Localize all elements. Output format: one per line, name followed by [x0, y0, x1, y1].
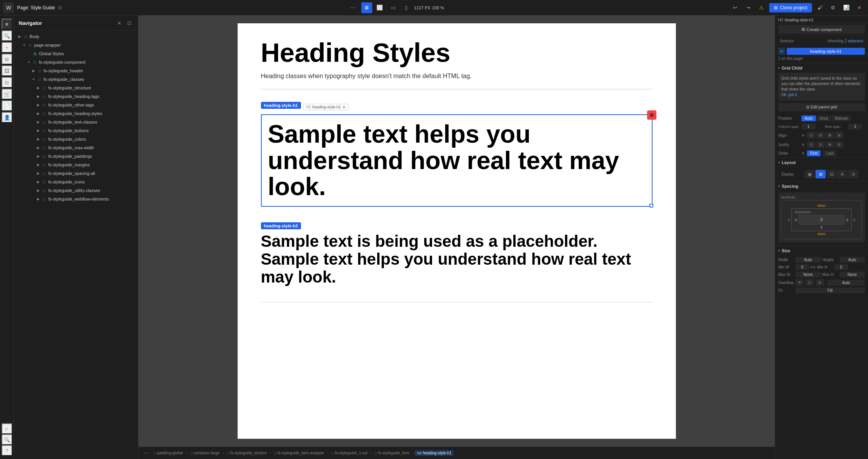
nav-icon[interactable]: ≡ — [2, 19, 12, 30]
search-icon[interactable]: 🔍 — [2, 30, 12, 41]
display-none-btn[interactable]: ⊘ — [848, 170, 858, 178]
justify-stretch-btn[interactable]: ⊞ — [835, 141, 844, 148]
redo-btn[interactable]: ↪ — [743, 2, 754, 13]
breadcrumb-h2-heading[interactable]: H2 heading-style-h1 — [415, 450, 453, 456]
chart-btn[interactable]: 📊 — [841, 2, 852, 13]
tree-item-structure[interactable]: ▶ □ fs-styleguide_structure — [14, 84, 138, 92]
resize-handle[interactable] — [649, 204, 653, 208]
tree-item-text-classes[interactable]: ▶ □ fs-styleguide_text-classes — [14, 118, 138, 126]
padding-center-input[interactable] — [817, 217, 826, 223]
min-w-input[interactable] — [795, 264, 809, 270]
tree-item-other-tags[interactable]: ▶ □ fs-styleguide_other-tags — [14, 101, 138, 109]
overflow-eye-btn[interactable]: 👁 — [795, 279, 804, 286]
tree-item-fs-classes[interactable]: ▾ □ fs-styleguide_classes — [14, 75, 138, 84]
settings-btn[interactable]: ⚙ — [828, 2, 838, 13]
tree-item-paddings[interactable]: ▶ □ fs-styleguide_paddings — [14, 152, 138, 161]
order-first-btn[interactable]: First — [807, 150, 821, 156]
canvas-scroll[interactable]: Heading Styles Heading classes when typo… — [138, 16, 775, 447]
ok-got-it-link[interactable]: Ok, got it — [781, 92, 797, 97]
tree-item-max-width[interactable]: ▶ □ fs-styleguide_max-width — [14, 143, 138, 152]
desktop-view-btn[interactable]: 🖥 — [361, 2, 372, 13]
overflow-scroll-btn[interactable]: ⊟ — [816, 279, 824, 286]
h1-block[interactable]: ⊞ Sample text helps you understand how r… — [261, 114, 653, 207]
mobile-land-btn[interactable]: ▭ — [388, 2, 399, 13]
undo-btn[interactable]: ↩ — [730, 2, 740, 13]
align-end-btn[interactable]: ⊠ — [826, 132, 834, 139]
tablet-view-btn[interactable]: ⬜ — [374, 2, 385, 13]
assets-icon[interactable]: 🖼 — [2, 65, 12, 76]
tree-item-global-styles[interactable]: ⊞ Global Styles — [14, 49, 138, 58]
order-x-btn[interactable]: ✕ — [802, 151, 805, 155]
add-icon[interactable]: + — [2, 42, 12, 53]
breadcrumb-fs-section[interactable]: □ fs-styleguide_section — [225, 450, 269, 456]
position-manual-tab[interactable]: Manual — [832, 115, 851, 121]
align-x-btn[interactable]: ✕ — [802, 133, 805, 138]
warning-btn[interactable]: ⚠ — [756, 2, 767, 13]
tree-item-utility-classes[interactable]: ▶ □ fs-styleguide_utility-classes — [14, 186, 138, 195]
width-val[interactable]: Auto — [795, 257, 821, 263]
justify-end-btn[interactable]: ⊠ — [826, 141, 834, 148]
tree-item-fs-component[interactable]: ▾ □ fs-styleguide-component — [14, 58, 138, 66]
breadcrumb-padding-global[interactable]: □ padding-global — [152, 450, 185, 456]
breadcrumb-item[interactable]: □ fs-styleguide_item — [373, 450, 412, 456]
selector-chip[interactable]: heading-style-h1 — [787, 48, 865, 55]
tree-item-webflow-elements[interactable]: ▶ □ fs-styleguide_webflow-elements — [14, 195, 138, 203]
fit-val[interactable]: Fill — [795, 288, 865, 293]
justify-x-btn[interactable]: ✕ — [802, 143, 805, 147]
display-inline-btn[interactable]: A — [837, 170, 847, 178]
height-val[interactable]: Auto — [840, 257, 865, 263]
breadcrumb-1-col[interactable]: □ fs-styleguide_1-col — [329, 450, 370, 456]
tree-item-page-wrapper[interactable]: ▾ □ page-wrapper — [14, 41, 138, 49]
max-w-val[interactable]: None — [795, 272, 821, 277]
breadcrumb-container-large[interactable]: □ container-large — [188, 450, 222, 456]
nav-close-btn[interactable]: ✕ — [115, 19, 123, 27]
edit-parent-grid-btn[interactable]: ⊟ Edit parent grid — [778, 103, 865, 111]
tree-item-heading-styles[interactable]: ▶ □ fs-styleguide_heading-styles — [14, 109, 138, 118]
ecom-icon[interactable]: 🛒 — [2, 89, 12, 99]
more-btn[interactable]: ≡ — [854, 2, 865, 13]
help-icon[interactable]: ? — [2, 445, 12, 456]
pages-icon[interactable]: 📄 — [2, 100, 12, 111]
align-start-btn[interactable]: ⊡ — [807, 132, 816, 139]
tree-item-body[interactable]: ▶ □ Body — [14, 32, 138, 41]
display-flex-btn[interactable]: ⊞ — [816, 170, 826, 178]
align-stretch-btn[interactable]: ⊞ — [835, 132, 844, 139]
user-icon[interactable]: 👤 — [2, 112, 12, 123]
grid-child-section-header[interactable]: ▾ Grid Child — [775, 63, 868, 73]
position-area-tab[interactable]: Area — [817, 115, 831, 121]
row-span-input[interactable] — [848, 124, 862, 129]
create-component-btn[interactable]: ⊞ Create component — [778, 25, 865, 34]
tree-item-heading-tags[interactable]: ▶ □ fs-styleguide_heading-tags — [14, 92, 138, 101]
breadcrumb-item-wrapper[interactable]: □ fs-styleguide_item-wrapper — [272, 450, 327, 456]
order-last-btn[interactable]: Last — [823, 150, 836, 156]
breadcrumb-menu-btn[interactable]: ⋯ — [142, 449, 151, 458]
overflow-val[interactable]: Auto — [827, 280, 865, 286]
overflow-clip-btn[interactable]: ⊡ — [805, 279, 814, 286]
min-h-input[interactable] — [834, 264, 848, 270]
tree-item-colors[interactable]: ▶ □ fs-styleguide_colors — [14, 135, 138, 143]
tree-item-buttons[interactable]: ▶ □ fs-styleguide_buttons — [14, 126, 138, 135]
justify-center-btn[interactable]: ⊟ — [816, 141, 825, 148]
layout-section-header[interactable]: ▾ Layout — [775, 157, 868, 167]
tree-item-spacing-all[interactable]: ▶ □ fs-styleguide_spacing-all — [14, 169, 138, 178]
cms-icon[interactable]: ⊟ — [2, 77, 12, 88]
tree-item-icons[interactable]: ▶ □ fs-styleguide_icons — [14, 178, 138, 186]
max-h-val[interactable]: None — [840, 272, 865, 277]
col-span-input[interactable] — [802, 124, 816, 129]
zoom-icon[interactable]: 🔍 — [2, 434, 12, 445]
nav-expand-btn[interactable]: ⊡ — [125, 19, 133, 27]
paint-btn[interactable]: 🖌 — [814, 2, 825, 13]
check-icon[interactable]: ✓ — [2, 423, 12, 434]
tree-item-margins[interactable]: ▶ □ fs-styleguide_margins ✎ — [14, 161, 138, 169]
clone-project-btn[interactable]: ⊞ Clone project — [769, 3, 812, 12]
spacing-section-header[interactable]: ▾ Spacing — [775, 181, 868, 191]
display-block-btn[interactable]: ▣ — [805, 170, 815, 178]
tree-item-fs-header[interactable]: ▶ □ fs-styleguide_header — [14, 66, 138, 75]
three-dots-btn[interactable]: ⋯ — [348, 2, 359, 13]
position-auto-tab[interactable]: Auto — [802, 115, 816, 121]
display-grid-btn[interactable]: ⊟ — [826, 170, 836, 178]
inheriting-link[interactable]: 2 selectors — [845, 39, 863, 43]
justify-start-btn[interactable]: ⊡ — [807, 141, 816, 148]
mobile-port-btn[interactable]: ▯ — [401, 2, 412, 13]
size-section-header[interactable]: ▾ Size — [775, 246, 868, 255]
